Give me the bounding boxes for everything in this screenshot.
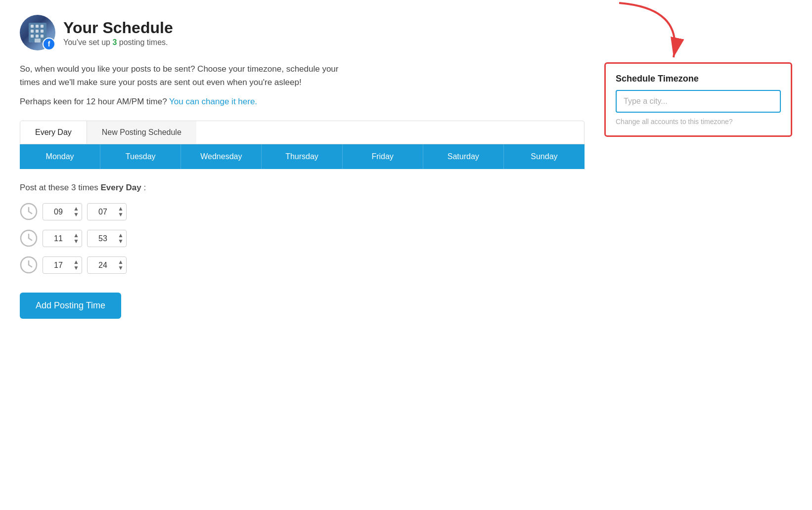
header-text: Your Schedule You've set up 3 posting ti… [63,19,173,47]
day-monday[interactable]: Monday [20,144,100,169]
tabs-container: Every Day New Posting Schedule [20,121,585,144]
ampm-note: Perhaps keen for 12 hour AM/PM time? You… [20,97,585,107]
svg-rect-9 [41,35,44,38]
minute-select-wrapper-3: 24 00 ▲▼ [87,256,127,274]
svg-rect-8 [36,35,39,38]
svg-rect-5 [36,30,39,33]
hour-select-2[interactable]: 11 12 [43,230,82,247]
right-panel: Schedule Timezone Change all accounts to… [604,62,792,137]
avatar-wrapper: f [20,15,55,50]
minute-select-3[interactable]: 24 00 [87,256,127,274]
hour-select-wrapper-3: 17 18 ▲▼ [43,256,82,274]
day-thursday[interactable]: Thursday [262,144,342,169]
clock-icon-1 [20,203,38,220]
svg-rect-3 [41,25,44,28]
hour-select-wrapper-1: 09 10 11 ▲▼ [43,203,82,220]
day-tuesday[interactable]: Tuesday [100,144,181,169]
days-bar: Monday Tuesday Wednesday Thursday Friday… [20,144,585,169]
timezone-input[interactable] [616,90,781,113]
svg-rect-7 [31,35,34,38]
time-row-2: 11 12 ▲▼ 53 00 ▲▼ [20,229,585,247]
left-content: So, when would you like your posts to be… [20,62,585,319]
svg-line-19 [29,265,32,267]
time-row-1: 09 10 11 ▲▼ 07 15 30 ▲▼ [20,203,585,220]
svg-rect-10 [35,39,41,42]
facebook-badge: f [43,38,55,50]
minute-select-1[interactable]: 07 15 30 [87,203,127,220]
tab-new-posting-schedule[interactable]: New Posting Schedule [87,121,196,144]
clock-icon-3 [20,256,38,274]
day-sunday[interactable]: Sunday [504,144,585,169]
day-friday[interactable]: Friday [343,144,423,169]
svg-line-16 [29,238,32,240]
page-title: Your Schedule [63,19,173,37]
change-time-format-link[interactable]: You can change it here. [169,97,257,106]
hour-select-1[interactable]: 09 10 11 [43,203,82,220]
description-text: So, when would you like your posts to be… [20,62,356,89]
page-header: f Your Schedule You've set up 3 posting … [20,15,792,50]
minute-select-wrapper-1: 07 15 30 ▲▼ [87,203,127,220]
timezone-change-link[interactable]: Change all accounts to this timezone? [616,118,781,126]
day-wednesday[interactable]: Wednesday [181,144,262,169]
minute-select-2[interactable]: 53 00 [87,230,127,247]
time-row-3: 17 18 ▲▼ 24 00 ▲▼ [20,256,585,274]
svg-line-13 [29,212,32,213]
header-subtitle: You've set up 3 posting times. [63,38,173,47]
clock-icon-2 [20,229,38,247]
hour-select-3[interactable]: 17 18 [43,256,82,274]
minute-select-wrapper-2: 53 00 ▲▼ [87,230,127,247]
svg-rect-2 [36,25,39,28]
timezone-box: Schedule Timezone Change all accounts to… [604,62,792,137]
hour-select-wrapper-2: 11 12 ▲▼ [43,230,82,247]
svg-rect-1 [31,25,34,28]
svg-rect-6 [41,30,44,33]
tab-every-day[interactable]: Every Day [20,121,87,144]
add-posting-time-button[interactable]: Add Posting Time [20,293,121,319]
post-times-label: Post at these 3 times Every Day : [20,183,585,193]
day-saturday[interactable]: Saturday [423,144,504,169]
svg-rect-4 [31,30,34,33]
main-layout: So, when would you like your posts to be… [20,62,792,319]
timezone-label: Schedule Timezone [616,74,781,84]
